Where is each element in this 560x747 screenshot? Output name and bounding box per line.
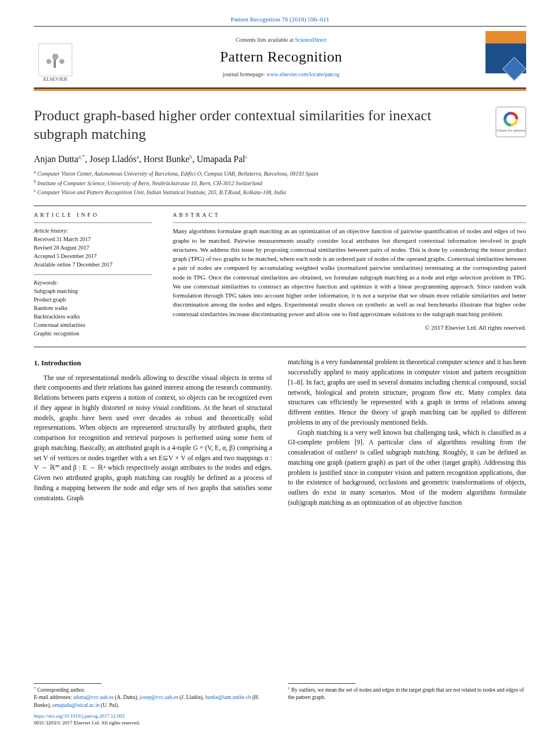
journal-name: Pattern Recognition bbox=[84, 49, 479, 65]
keyword: Subgraph matching bbox=[34, 287, 152, 295]
body-paragraph: matching is a very fundamental problem i… bbox=[288, 357, 526, 427]
header-center: Contents lists available at ScienceDirec… bbox=[84, 37, 479, 77]
affiliations: a Computer Vision Center, Autonomous Uni… bbox=[34, 169, 526, 196]
abstract-text: Many algorithms formulate graph matching… bbox=[173, 226, 526, 318]
article-title: Product graph-based higher order context… bbox=[34, 107, 485, 143]
author: Horst Bunkeb bbox=[143, 154, 192, 164]
history-label: Article history: bbox=[34, 226, 152, 235]
author: Josep Lladósa bbox=[90, 154, 139, 164]
abstract-copyright: © 2017 Elsevier Ltd. All rights reserved… bbox=[173, 324, 526, 331]
divider bbox=[34, 206, 526, 206]
crossmark-icon bbox=[504, 112, 518, 126]
outliers-footnote: By outliers, we mean the set of nodes an… bbox=[288, 687, 524, 700]
sciencedirect-link[interactable]: ScienceDirect bbox=[295, 37, 326, 43]
body-paragraph: Graph matching is a very well known but … bbox=[288, 428, 526, 508]
elsevier-tree-icon bbox=[38, 43, 72, 76]
issn-line: 0031-3203/© 2017 Elsevier Ltd. All right… bbox=[34, 719, 272, 727]
footnotes: * Corresponding author. E-mail addresses… bbox=[34, 683, 526, 727]
crossmark-label: Check for updates bbox=[497, 128, 526, 133]
publisher-label: ELSEVIER bbox=[43, 76, 68, 82]
body-paragraph: The use of representational models allow… bbox=[34, 373, 272, 504]
contents-available: Contents lists available at ScienceDirec… bbox=[84, 37, 479, 43]
history-item: Received 31 March 2017 bbox=[34, 235, 152, 243]
footnote-left: * Corresponding author. E-mail addresses… bbox=[34, 683, 272, 727]
title-block: Product graph-based higher order context… bbox=[34, 107, 526, 143]
keywords-label: Keywords: bbox=[34, 278, 152, 287]
email-link[interactable]: adutta@cvc.uab.es bbox=[73, 694, 114, 700]
journal-cover-thumbnail bbox=[485, 31, 526, 83]
emails-label: E-mail addresses: bbox=[34, 694, 73, 700]
author: Anjan Duttaa,* bbox=[34, 154, 85, 164]
elsevier-logo: ELSEVIER bbox=[34, 32, 77, 82]
contents-prefix: Contents lists available at bbox=[235, 37, 295, 43]
abstract-heading: abstract bbox=[173, 212, 526, 218]
journal-homepage: journal homepage: www.elsevier.com/locat… bbox=[84, 71, 479, 77]
author: Umapada Palc bbox=[197, 154, 248, 164]
header-accent-rule bbox=[34, 89, 526, 91]
divider bbox=[34, 222, 152, 223]
email-link[interactable]: bunke@iam.unibe.ch bbox=[205, 694, 251, 700]
history-item: Accepted 5 December 2017 bbox=[34, 252, 152, 260]
article-info-heading: article info bbox=[34, 212, 152, 218]
corresponding-author: Corresponding author. bbox=[37, 687, 85, 693]
footnote-right: 1 By outliers, we mean the set of nodes … bbox=[288, 683, 526, 727]
affiliation: b Institute of Computer Science, Univers… bbox=[34, 178, 526, 187]
homepage-prefix: journal homepage: bbox=[222, 71, 266, 77]
keyword: Graphic recognition bbox=[34, 329, 152, 338]
journal-header: ELSEVIER Contents lists available at Sci… bbox=[34, 26, 526, 89]
history-item: Revised 28 August 2017 bbox=[34, 243, 152, 252]
keyword: Random walks bbox=[34, 304, 152, 312]
keyword: Contextual similarities bbox=[34, 321, 152, 329]
divider bbox=[34, 274, 152, 275]
page-citation: Pattern Recognition 76 (2018) 596–611 bbox=[34, 16, 526, 23]
email-link[interactable]: josep@cvc.uab.es bbox=[139, 694, 178, 700]
authors-line: Anjan Duttaa,*, Josep Lladósa, Horst Bun… bbox=[34, 154, 526, 164]
keyword: Backtrackless walks bbox=[34, 312, 152, 321]
affiliation: c Computer Vision and Pattern Recognitio… bbox=[34, 187, 526, 196]
section-heading: 1. Introduction bbox=[34, 357, 272, 368]
abstract: abstract Many algorithms formulate graph… bbox=[173, 212, 526, 338]
info-abstract-row: article info Article history: Received 3… bbox=[34, 212, 526, 338]
article-body: 1. Introduction The use of representatio… bbox=[34, 357, 526, 508]
history-item: Available online 7 December 2017 bbox=[34, 260, 152, 269]
divider bbox=[173, 222, 526, 223]
email-link[interactable]: umapada@isical.ac.in bbox=[53, 702, 100, 708]
doi-link[interactable]: https://doi.org/10.1016/j.patcog.2017.12… bbox=[34, 713, 272, 720]
article-info: article info Article history: Received 3… bbox=[34, 212, 152, 338]
divider bbox=[34, 347, 526, 347]
affiliation: a Computer Vision Center, Autonomous Uni… bbox=[34, 169, 526, 178]
crossmark-badge[interactable]: Check for updates bbox=[496, 107, 526, 137]
homepage-link[interactable]: www.elsevier.com/locate/patcog bbox=[266, 71, 340, 77]
keyword: Product graph bbox=[34, 295, 152, 304]
